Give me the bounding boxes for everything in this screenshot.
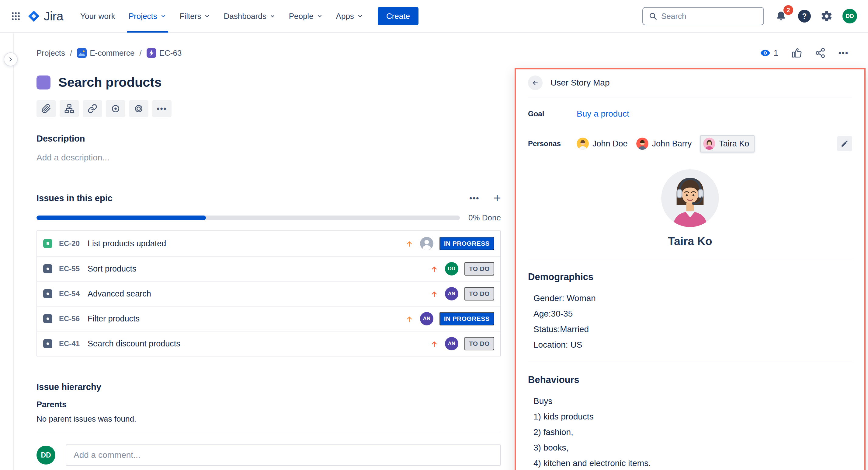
link-icon — [88, 104, 97, 114]
nav-projects[interactable]: Projects — [122, 0, 173, 33]
issue-summary-link[interactable]: Filter products — [88, 314, 400, 324]
nav-people[interactable]: People — [282, 0, 330, 33]
jira-logo[interactable]: Jira — [27, 9, 63, 24]
issue-row[interactable]: EC-56 Filter products AN IN PROGRESS — [37, 306, 500, 331]
nav-your-work[interactable]: Your work — [73, 0, 122, 33]
add-child-issue-button[interactable] — [60, 100, 79, 117]
demographics-heading: Demographics — [528, 271, 852, 283]
notification-badge: 2 — [783, 5, 793, 15]
ellipsis-icon: ••• — [469, 194, 479, 202]
epic-issues-heading: Issues in this epic — [36, 193, 113, 203]
issue-summary-link[interactable]: Advanced search — [88, 289, 425, 299]
issue-key: EC-41 — [59, 340, 80, 348]
task-type-icon — [43, 289, 52, 298]
search-box[interactable] — [642, 7, 764, 25]
user-story-map-panel: User Story Map Goal Buy a product Person… — [515, 68, 866, 470]
task-type-icon — [43, 339, 52, 348]
status-badge[interactable]: IN PROGRESS — [439, 237, 494, 250]
goal-link[interactable]: Buy a product — [577, 109, 629, 119]
goal-label: Goal — [528, 110, 577, 118]
section-divider — [36, 432, 501, 432]
breadcrumb-projects-link[interactable]: Projects — [36, 49, 65, 58]
create-button[interactable]: Create — [378, 7, 418, 25]
breadcrumb-project-link[interactable]: E-commerce — [90, 49, 134, 58]
app-switcher-button[interactable] — [7, 8, 24, 25]
persona-avatar — [636, 138, 648, 150]
chevron-down-icon — [357, 13, 363, 19]
nav-your-work-label: Your work — [80, 11, 115, 21]
nav-people-label: People — [289, 11, 314, 21]
status-badge[interactable]: TO DO — [464, 262, 494, 275]
issue-row[interactable]: EC-41 Search discount products AN TO DO — [37, 331, 500, 356]
edit-personas-button[interactable] — [837, 136, 852, 151]
description-placeholder[interactable]: Add a description... — [36, 153, 501, 163]
persona-name: Taira Ko — [719, 139, 749, 149]
persona-taira-ko-selected[interactable]: Taira Ko — [700, 135, 754, 152]
breadcrumb-project: E-commerce — [77, 48, 134, 58]
jira-logo-text: Jira — [44, 9, 63, 24]
status-badge[interactable]: TO DO — [464, 337, 494, 350]
more-quick-actions-button[interactable]: ••• — [152, 100, 172, 117]
issue-summary-link[interactable]: Search discount products — [88, 339, 425, 349]
more-actions-button[interactable]: ••• — [838, 49, 848, 57]
epic-color-swatch — [36, 76, 51, 89]
persona-avatar — [577, 138, 589, 150]
issue-summary-link[interactable]: Sort products — [88, 264, 425, 274]
assignee-avatar[interactable]: DD — [445, 262, 458, 275]
help-button[interactable]: ? — [798, 10, 811, 23]
panel-back-button[interactable] — [528, 76, 542, 90]
epic-issues-actions: ••• + — [469, 192, 501, 205]
breadcrumb-issue-link[interactable]: EC-63 — [159, 49, 182, 58]
app-switcher-grid-icon — [11, 11, 20, 21]
project-avatar-icon — [77, 48, 87, 58]
assignee-avatar[interactable]: AN — [445, 287, 458, 300]
chevron-down-icon — [160, 13, 166, 19]
personas-list: John Doe John Barry — [577, 135, 837, 152]
chevron-down-icon — [270, 13, 276, 19]
jira-app: Jira Your work Projects Filters Dashboar… — [0, 0, 868, 33]
comment-input[interactable] — [73, 450, 493, 460]
watch-button[interactable]: 1 — [760, 48, 778, 58]
scope-button[interactable] — [129, 100, 148, 117]
issue-header-actions: 1 ••• — [760, 48, 848, 58]
like-button[interactable] — [791, 48, 802, 58]
nav-apps[interactable]: Apps — [330, 0, 370, 33]
nav-filters[interactable]: Filters — [173, 0, 217, 33]
epic-progress-fill — [36, 215, 206, 220]
ellipsis-icon: ••• — [838, 49, 848, 57]
persona-portrait — [661, 169, 719, 227]
link-issue-button[interactable] — [83, 100, 102, 117]
status-badge[interactable]: TO DO — [464, 287, 494, 300]
add-issue-button[interactable]: + — [493, 192, 501, 205]
issue-row-meta: DD TO DO — [430, 262, 494, 275]
assignee-avatar[interactable]: AN — [420, 312, 433, 325]
assignee-avatar[interactable]: AN — [445, 337, 458, 350]
demographics-lines: Gender: Woman Age:30-35 Status:Married L… — [533, 290, 852, 353]
persona-john-barry[interactable]: John Barry — [636, 138, 692, 150]
settings-button[interactable] — [820, 10, 833, 22]
notifications-button[interactable]: 2 — [774, 9, 788, 24]
nav-dashboards[interactable]: Dashboards — [217, 0, 282, 33]
attach-button[interactable] — [36, 100, 56, 117]
target-button[interactable] — [106, 100, 125, 117]
persona-john-doe[interactable]: John Doe — [577, 138, 628, 150]
search-input[interactable] — [661, 11, 758, 21]
share-button[interactable] — [815, 48, 826, 58]
user-avatar[interactable]: DD — [842, 9, 857, 24]
plus-icon: + — [493, 192, 501, 205]
comment-input-box[interactable] — [66, 444, 501, 466]
epic-more-button[interactable]: ••• — [469, 194, 479, 202]
issue-row[interactable]: EC-54 Advanced search AN TO DO — [37, 281, 500, 306]
epic-issues-header: Issues in this epic ••• + — [36, 192, 501, 205]
behaviours-heading: Behaviours — [528, 375, 852, 385]
issue-row[interactable]: EC-20 List products updated — [37, 231, 500, 256]
help-icon: ? — [798, 10, 811, 23]
no-parents-text: No parent issues was found. — [36, 414, 501, 424]
issue-summary-link[interactable]: List products updated — [88, 239, 400, 248]
task-type-icon — [43, 314, 52, 323]
behaviours-line: 3) books, — [533, 440, 852, 456]
issue-row[interactable]: EC-55 Sort products DD TO DO — [37, 256, 500, 281]
status-badge[interactable]: IN PROGRESS — [439, 312, 494, 325]
unassigned-avatar[interactable] — [420, 237, 433, 250]
epic-progress-label: 0% Done — [468, 213, 501, 223]
